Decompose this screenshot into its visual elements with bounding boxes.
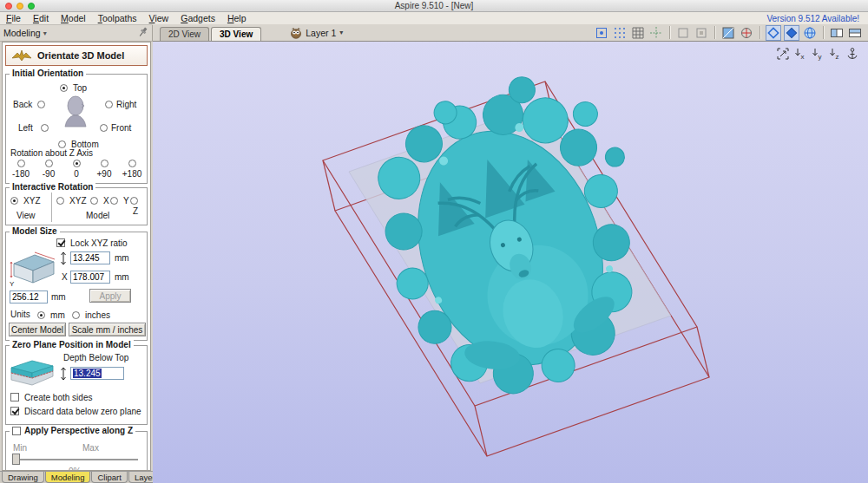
zero-plane-diagram [9,356,56,389]
menu-help[interactable]: Help [221,13,253,23]
zoom-extents-icon[interactable] [776,47,790,61]
model-size-group: Model Size Lock XYZ ratio Y mm X mm [5,232,148,341]
toolbar-separator [714,26,715,39]
tile-windows-horizontal-icon[interactable] [847,25,863,41]
tab-modeling[interactable]: Modeling [45,472,91,483]
radio-orientation-bottom[interactable] [58,140,66,148]
center-model-button[interactable]: Center Model [9,323,66,336]
svg-text:y: y [819,53,822,61]
x-size-input[interactable] [70,271,110,284]
shading-toggle-icon[interactable] [720,25,736,41]
window-title: Aspire 9.510 - [New] [0,1,868,10]
lock-xyz-checkbox[interactable] [56,238,65,247]
snap-midpoint-icon[interactable] [675,25,691,41]
perspective-group: Apply Perspective along Z Min Max 0% [5,431,148,471]
tab-clipart[interactable]: Clipart [91,472,127,483]
titlebar: Aspire 9.510 - [New] [0,0,868,12]
tab-drawing[interactable]: Drawing [2,472,44,483]
orientation-head-image [56,94,95,128]
zero-plane-group: Zero Plane Position in Model Depth Below… [5,345,148,425]
tool-header: Orientate 3D Model [5,45,148,66]
tool-panel-strip: Modeling ▾ [0,25,153,42]
tile-windows-vertical-icon[interactable] [829,25,845,41]
radio-rotate-view-xyz[interactable] [10,197,18,205]
depth-below-top-label: Depth Below Top [63,353,128,362]
layer-dropdown-arrow-icon: ▾ [339,29,343,36]
group-title: Zero Plane Position in Model [10,340,134,349]
version-update-link[interactable]: Version 9.512 Available! [766,14,868,23]
menu-model[interactable]: Model [55,13,92,23]
perspective-slider-handle[interactable] [12,454,20,465]
apply-button[interactable]: Apply [89,289,131,303]
create-both-sides-checkbox[interactable] [10,393,19,401]
radio-rotate-model-y[interactable] [110,197,118,205]
solid-3d-icon[interactable] [784,25,799,41]
toolbar-separator [823,26,824,39]
rotation-z-label: Rotation about Z Axis [10,148,93,158]
z-size-input[interactable] [70,251,110,264]
pin-icon[interactable] [139,27,148,40]
toolbar-separator [669,26,670,39]
radio-rot-plus180[interactable] [128,160,136,167]
orientate-model-icon [11,49,32,62]
tool-panel-label[interactable]: Modeling [3,28,41,38]
wireframe-3d-icon[interactable] [766,25,781,41]
z-axis-arrow-icon [60,251,67,265]
world-icon[interactable] [802,25,818,41]
menu-gadgets[interactable]: Gadgets [174,13,221,23]
relief-model [345,51,687,422]
chevron-down-icon[interactable]: ▾ [43,29,47,37]
perspective-slider-track[interactable] [13,459,138,460]
interactive-rotation-group: Interactive Rotation XYZ XYZ X Y Z [5,187,148,225]
radio-rot-minus90[interactable] [45,160,53,167]
radio-rotate-model-z[interactable] [130,197,138,205]
radio-orientation-right[interactable] [105,101,113,108]
origin-icon[interactable] [739,25,754,41]
radio-rotate-model-x[interactable] [90,197,98,205]
grid-icon[interactable] [630,25,646,41]
depth-below-top-input[interactable]: 13.245 [70,367,124,380]
group-title: Interactive Rotation [10,182,95,192]
app-window: Aspire 9.510 - [New] File Edit Model Too… [0,0,868,483]
3d-viewport[interactable]: x y z [153,42,868,483]
menubar: File Edit Model Toolpaths View Gadgets H… [0,12,868,25]
y-size-input[interactable] [10,290,48,304]
view-down-x-icon[interactable]: x [793,47,807,61]
anchor-icon[interactable] [845,47,859,61]
viewport-view-buttons: x y z [776,47,859,61]
initial-orientation-group: Initial Orientation Top Back Right Left … [5,74,148,184]
discard-below-zero-checkbox[interactable] [10,407,19,415]
depth-arrow-icon [60,367,67,381]
view-down-z-icon[interactable]: z [828,47,842,61]
tab-3d-view[interactable]: 3D View [211,27,261,41]
radio-orientation-left[interactable] [41,124,49,132]
menu-toolpaths[interactable]: Toolpaths [92,13,143,23]
menu-view[interactable]: View [143,13,175,23]
radio-rot-0[interactable] [73,160,81,167]
view-toolbar-icons [594,25,868,41]
radio-orientation-front[interactable] [100,124,108,132]
group-title: Initial Orientation [10,69,86,78]
radio-rot-minus180[interactable] [17,160,25,167]
layer-selector[interactable]: Layer 1 ▾ [286,25,347,41]
radio-rotate-model-xyz[interactable] [56,197,64,205]
menu-edit[interactable]: Edit [27,13,55,23]
group-title: Apply Perspective along Z [10,426,135,435]
radio-orientation-top[interactable] [60,84,68,92]
apply-perspective-checkbox[interactable] [12,427,21,435]
rotation-z-options: -180 -90 0 +90 +180 [7,160,146,179]
radio-units-mm[interactable] [37,311,45,319]
svg-text:x: x [801,53,805,61]
menu-file[interactable]: File [0,13,27,23]
scale-mm-inches-button[interactable]: Scale mm / inches [69,323,146,336]
snap-intersection-icon[interactable] [694,25,709,41]
radio-rot-plus90[interactable] [101,160,108,167]
toggle-snapping-icon[interactable] [594,25,609,41]
view-down-y-icon[interactable]: y [811,47,825,61]
owl-icon [290,27,302,39]
snap-grid-icon[interactable] [612,25,628,41]
radio-units-inches[interactable] [72,311,80,319]
guides-icon[interactable] [648,25,664,41]
tab-2d-view[interactable]: 2D View [160,27,209,41]
radio-orientation-back[interactable] [37,101,45,108]
